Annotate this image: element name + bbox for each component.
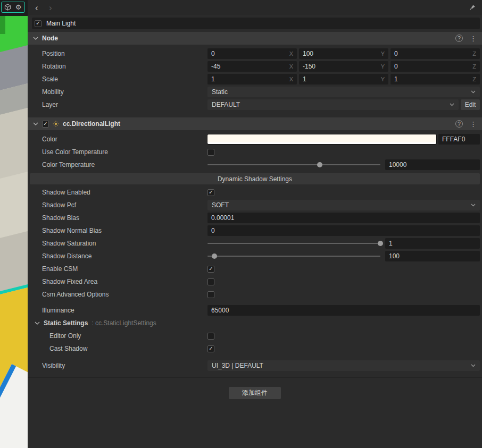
cast-shadow-checkbox[interactable]: ✓ <box>207 345 214 352</box>
property-label: Shadow Normal Bias <box>28 227 207 234</box>
axis-y-label: Y <box>379 50 385 57</box>
shadow-distance-slider[interactable] <box>207 251 380 261</box>
position-z-input[interactable]: 0Z <box>390 48 480 59</box>
shadow-bias-input[interactable]: 0.00001 <box>207 213 480 223</box>
layer-edit-button[interactable]: Edit <box>461 99 480 110</box>
chevron-down-icon <box>450 103 454 106</box>
property-label: Color Temperature <box>28 161 207 168</box>
scene-mid-tan-plane <box>0 231 28 291</box>
shadow-distance-input[interactable]: 100 <box>385 251 480 261</box>
property-label: Editor Only <box>28 332 207 340</box>
forward-button[interactable]: › <box>49 3 59 12</box>
csm-advanced-options-checkbox[interactable] <box>207 291 214 298</box>
visibility-select[interactable]: UI_3D | DEFAULT <box>207 360 480 371</box>
color-swatch[interactable] <box>207 134 436 144</box>
node-active-checkbox[interactable]: ✓ <box>35 20 41 27</box>
row-layer: Layer DEFAULT Edit <box>28 98 482 111</box>
axis-z-label: Z <box>470 63 476 70</box>
check-icon: ✓ <box>209 346 213 351</box>
add-component-button[interactable]: 添加组件 <box>229 387 281 399</box>
row-color-temperature: Color Temperature 10000 <box>28 158 482 171</box>
node-name-label: Main Light <box>46 20 76 27</box>
help-icon[interactable]: ? <box>455 120 463 128</box>
scene-grass-shadow <box>0 16 5 34</box>
row-rotation: Rotation -45X -150Y 0Z <box>28 60 482 73</box>
group-title: Static Settings <box>44 319 88 327</box>
slider-handle[interactable] <box>212 253 217 259</box>
axis-x-label: X <box>287 76 293 82</box>
alpha-bar <box>207 142 436 144</box>
node-section-body: Position 0X 100Y 0Z Rotation -45X -150Y … <box>28 45 482 111</box>
row-mobility: Mobility Static <box>28 86 482 98</box>
row-shadow-pcf: Shadow Pcf SOFT <box>28 199 482 212</box>
chevron-down-icon[interactable] <box>35 322 40 325</box>
row-enable-csm: Enable CSM ✓ <box>28 263 482 275</box>
slider-handle[interactable] <box>378 241 383 246</box>
scale-z-input[interactable]: 1Z <box>390 74 480 84</box>
group-type-label: : cc.StaticLightSettings <box>92 319 156 327</box>
check-icon: ✓ <box>43 121 47 126</box>
app-window: ⚙ ‹ › ✓ Main Light Node ? ⋮ <box>0 0 482 448</box>
use-color-temperature-checkbox[interactable] <box>207 149 214 156</box>
layer-select[interactable]: DEFAULT <box>207 99 459 110</box>
row-shadow-fixed-area: Shadow Fixed Area <box>28 275 482 288</box>
slider-handle[interactable] <box>317 162 322 167</box>
chevron-down-icon[interactable] <box>33 122 38 125</box>
editor-only-checkbox[interactable] <box>207 333 214 340</box>
property-label: Visibility <box>28 362 207 369</box>
section-title: cc.DirectionalLight <box>63 120 120 128</box>
static-settings-group-header[interactable]: Static Settings : cc.StaticLightSettings <box>28 317 482 329</box>
rotation-y-input[interactable]: -150Y <box>299 61 388 72</box>
menu-icon[interactable]: ⋮ <box>470 120 477 128</box>
color-temperature-slider[interactable] <box>207 159 380 170</box>
property-label: Cast Shadow <box>28 345 207 352</box>
scene-view[interactable]: ⚙ <box>0 0 28 448</box>
property-label: Scale <box>28 75 207 83</box>
check-icon: ✓ <box>209 190 213 195</box>
scale-y-input[interactable]: 1Y <box>299 74 388 84</box>
shadow-saturation-slider[interactable] <box>207 238 380 249</box>
scene-tan-plane <box>0 108 28 179</box>
position-x-input[interactable]: 0X <box>207 48 297 59</box>
help-icon[interactable]: ? <box>455 35 463 42</box>
dynamic-shadow-settings-header: Dynamic Shadow Settings <box>30 173 480 184</box>
gear-icon[interactable]: ⚙ <box>14 3 22 11</box>
color-temperature-input[interactable]: 10000 <box>385 159 480 170</box>
section-header-node: Node ? ⋮ <box>28 32 482 45</box>
scale-x-input[interactable]: 1X <box>207 74 297 84</box>
chevron-down-icon[interactable] <box>33 37 38 40</box>
mobility-select[interactable]: Static <box>207 87 480 97</box>
property-label: Shadow Enabled <box>28 189 207 196</box>
row-shadow-distance: Shadow Distance 100 <box>28 250 482 263</box>
enable-csm-checkbox[interactable]: ✓ <box>207 266 214 273</box>
rotation-x-input[interactable]: -45X <box>207 61 297 72</box>
chevron-down-icon <box>471 364 476 367</box>
back-button[interactable]: ‹ <box>35 3 45 12</box>
menu-icon[interactable]: ⋮ <box>470 35 477 43</box>
shadow-fixed-area-checkbox[interactable] <box>207 278 214 285</box>
position-y-input[interactable]: 100Y <box>299 48 388 59</box>
inspector-panel: ‹ › ✓ Main Light Node ? ⋮ Position <box>28 0 482 448</box>
shadow-normal-bias-input[interactable]: 0 <box>207 225 480 236</box>
axis-x-label: X <box>287 63 293 70</box>
shadow-pcf-select[interactable]: SOFT <box>207 200 480 210</box>
axis-y-label: Y <box>379 76 385 82</box>
property-label: Mobility <box>28 88 207 96</box>
color-hex-input[interactable]: FFFAF0 <box>438 134 480 145</box>
shadow-saturation-input[interactable]: 1 <box>385 238 480 249</box>
property-label: Position <box>28 50 207 57</box>
property-label: Rotation <box>28 63 207 70</box>
row-use-color-temperature: Use Color Temperature <box>28 146 482 158</box>
row-position: Position 0X 100Y 0Z <box>28 47 482 60</box>
inspector-toolbar: ‹ › <box>28 0 482 15</box>
property-label: Illuminance <box>28 307 207 314</box>
row-visibility: Visibility UI_3D | DEFAULT <box>28 359 482 372</box>
shadow-enabled-checkbox[interactable]: ✓ <box>207 189 214 196</box>
prefab-cube-icon[interactable] <box>4 3 12 11</box>
row-scale: Scale 1X 1Y 1Z <box>28 73 482 86</box>
illuminance-input[interactable]: 65000 <box>207 305 480 316</box>
pin-icon[interactable] <box>469 4 476 11</box>
component-enabled-checkbox[interactable]: ✓ <box>42 121 49 128</box>
rotation-z-input[interactable]: 0Z <box>390 61 480 72</box>
property-label: Layer <box>28 101 207 108</box>
